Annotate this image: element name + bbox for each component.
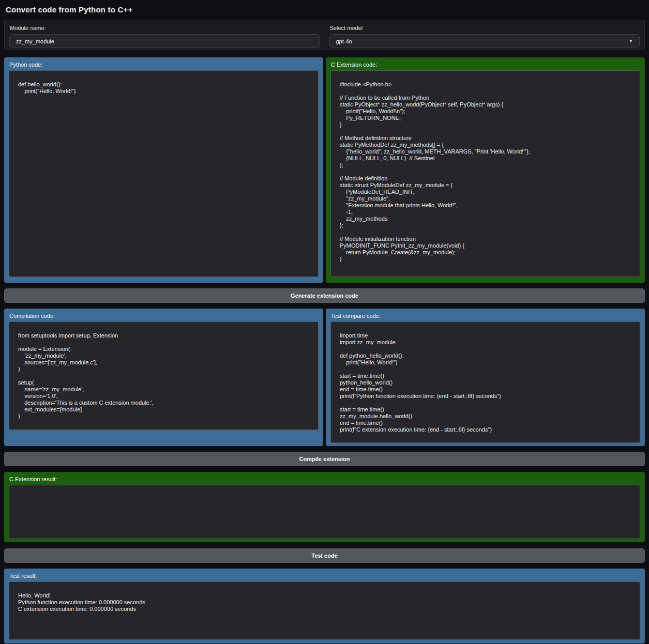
module-name-input[interactable]: zz_my_module [9,34,320,48]
test-compare-code-panel: Test compare code: import time import zz… [326,309,645,446]
config-panel: Module name: zz_my_module Select model g… [4,20,645,50]
generate-extension-code-button[interactable]: Generate extension code [4,288,645,303]
model-select-label: Select model [330,25,640,31]
code-panels-row: Python code: def hello_world(): print("H… [4,57,645,283]
c-extension-code-label: C Extension code: [331,62,640,68]
chevron-down-icon: ▼ [629,39,633,43]
compilation-code-panel: Compilation code: from setuptools import… [4,309,323,446]
test-compare-code-label: Test compare code: [331,313,640,319]
python-code-textarea[interactable]: def hello_world(): print("Hello, World!"… [9,70,319,277]
module-name-field-group: Module name: zz_my_module [9,24,320,45]
c-extension-result-textarea[interactable] [9,485,640,539]
model-select-dropdown[interactable]: gpt-4o ▼ [329,34,640,48]
test-result-label: Test result: [9,573,640,579]
test-code-button[interactable]: Test code [4,548,645,563]
compilation-code-textarea[interactable]: from setuptools import setup, Extension … [9,321,319,430]
test-result-textarea[interactable]: Hello, World! Python function execution … [9,581,640,640]
python-code-panel: Python code: def hello_world(): print("H… [4,57,323,283]
compile-extension-button[interactable]: Compile extension [4,452,645,466]
module-name-label: Module name: [10,25,320,31]
model-selected-value: gpt-4o [336,38,352,44]
compilation-code-label: Compilation code: [9,313,319,319]
test-result-panel: Test result: Hello, World! Python functi… [4,569,645,643]
page-title: Convert code from Python to C++ [6,5,645,14]
python-code-label: Python code: [9,62,319,68]
test-compare-code-textarea[interactable]: import time import zz_my_module def pyth… [330,321,640,443]
model-select-group: Select model gpt-4o ▼ [329,24,640,45]
c-extension-result-panel: C Extension result: [4,472,645,542]
c-extension-code-panel: C Extension code: #include <Python.h> //… [326,57,645,283]
compilation-panels-row: Compilation code: from setuptools import… [4,309,645,446]
c-extension-result-label: C Extension result: [9,476,640,482]
c-extension-code-textarea[interactable]: #include <Python.h> // Function to be ca… [330,70,640,277]
module-name-value: zz_my_module [16,38,54,44]
